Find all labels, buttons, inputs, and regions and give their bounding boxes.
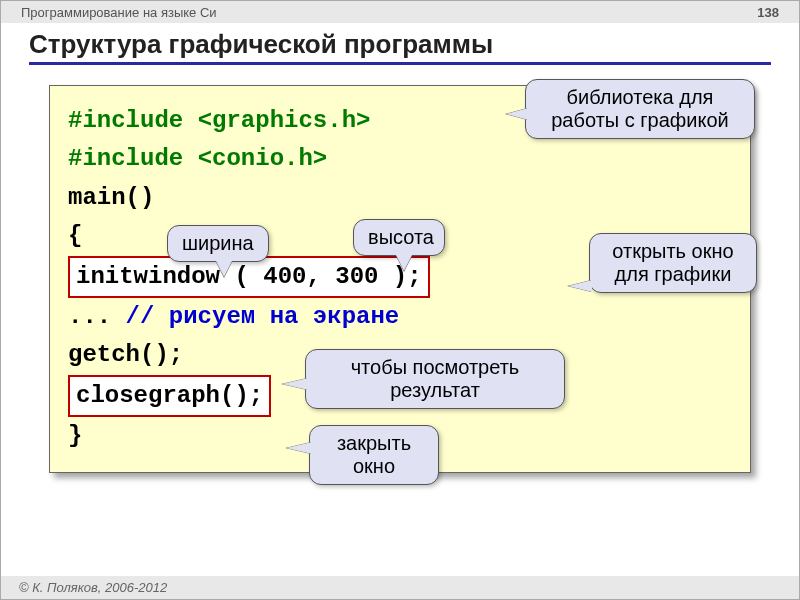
- callout-tail: [286, 442, 312, 454]
- include-header-conio: <conio.h>: [198, 145, 328, 172]
- callout-tail: [568, 280, 592, 292]
- callout-result-text: чтобы посмотреть результат: [351, 356, 520, 401]
- callout-open-text: открыть окно для графики: [612, 240, 733, 285]
- code-area: #include <graphics.h> #include <conio.h>…: [49, 85, 751, 473]
- callout-tail: [282, 378, 308, 390]
- callout-height: высота: [353, 219, 445, 256]
- callout-result: чтобы посмотреть результат: [305, 349, 565, 409]
- callout-open-window: открыть окно для графики: [589, 233, 757, 293]
- include-keyword: #include: [68, 145, 198, 172]
- code-closegraph: closegraph();: [68, 375, 271, 417]
- footer-copyright: © К. Поляков, 2006-2012: [1, 576, 799, 599]
- callout-close-text: закрыть окно: [337, 432, 411, 477]
- callout-tail: [216, 261, 232, 277]
- callout-width: ширина: [167, 225, 269, 262]
- include-keyword: #include: [68, 107, 198, 134]
- code-main: main(): [68, 179, 732, 217]
- title-underline: [29, 62, 771, 65]
- callout-close-window: закрыть окно: [309, 425, 439, 485]
- code-draw-dots: ...: [68, 303, 126, 330]
- callout-library-text: библиотека для работы с графикой: [551, 86, 728, 131]
- slide-title: Структура графической программы: [1, 23, 799, 62]
- include-header-graphics: <graphics.h>: [198, 107, 371, 134]
- slide-header: Программирование на языке Си 138: [1, 1, 799, 23]
- callout-tail: [506, 108, 528, 120]
- callout-tail: [396, 255, 412, 271]
- callout-library: библиотека для работы с графикой: [525, 79, 755, 139]
- code-include-conio: #include <conio.h>: [68, 140, 732, 178]
- callout-width-text: ширина: [182, 232, 254, 254]
- page-number: 138: [757, 5, 779, 20]
- code-draw-line: ... // рисуем на экране: [68, 298, 732, 336]
- context-title: Программирование на языке Си: [21, 5, 217, 20]
- callout-height-text: высота: [368, 226, 434, 248]
- code-draw-comment: // рисуем на экране: [126, 303, 400, 330]
